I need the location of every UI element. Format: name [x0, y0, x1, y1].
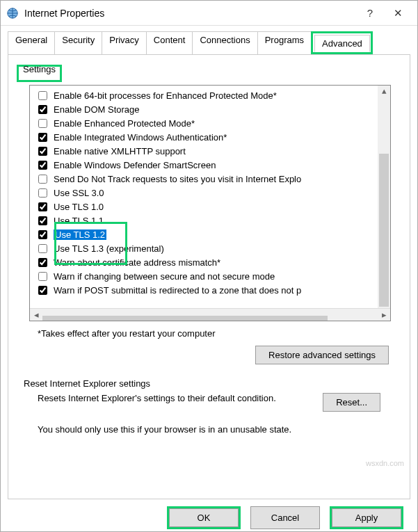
setting-label: Use SSL 3.0 — [54, 188, 104, 198]
restart-note: *Takes effect after you restart your com… — [38, 328, 401, 339]
help-button[interactable]: ? — [356, 3, 384, 23]
vertical-scrollbar[interactable]: ▴ ▾ — [378, 86, 390, 308]
setting-label: Use TLS 1.3 (experimental) — [54, 243, 164, 254]
setting-label: Use TLS 1.1 — [54, 216, 104, 226]
setting-label: Use TLS 1.2 — [54, 229, 106, 240]
reset-group-label: Reset Internet Explorer settings — [24, 378, 401, 389]
setting-label: Enable native XMLHTTP support — [54, 146, 186, 156]
setting-label: Enable Windows Defender SmartScreen — [54, 160, 216, 170]
setting-row[interactable]: Use TLS 1.2 — [35, 227, 387, 241]
setting-checkbox[interactable] — [38, 188, 47, 198]
setting-label: Enable 64-bit processes for Enhanced Pro… — [54, 90, 277, 101]
setting-row[interactable]: Send Do Not Track requests to sites you … — [35, 172, 387, 186]
setting-checkbox[interactable] — [38, 119, 47, 128]
setting-row[interactable]: Use TLS 1.0 — [35, 200, 387, 213]
watermark: wsxdn.com — [366, 459, 404, 467]
settings-group-label: Settings — [19, 63, 60, 76]
setting-checkbox[interactable] — [38, 105, 47, 114]
tab-bar: General Security Privacy Content Connect… — [1, 26, 417, 54]
tab-connections[interactable]: Connections — [192, 31, 257, 54]
setting-label: Send Do Not Track requests to sites you … — [54, 174, 301, 184]
setting-row[interactable]: Enable Integrated Windows Authentication… — [35, 130, 387, 144]
setting-checkbox[interactable] — [38, 133, 47, 142]
horizontal-scrollbar[interactable]: ◂ ▸ — [30, 308, 390, 321]
setting-label: Warn if changing between secure and not … — [54, 271, 275, 282]
dialog-footer: OK Cancel Apply — [1, 506, 417, 532]
setting-row[interactable]: Use SSL 3.0 — [35, 186, 387, 200]
setting-checkbox[interactable] — [38, 91, 47, 100]
setting-label: Enable Enhanced Protected Mode* — [54, 118, 195, 129]
setting-label: Use TLS 1.0 — [54, 202, 104, 212]
setting-label: Enable DOM Storage — [54, 104, 140, 115]
setting-checkbox[interactable] — [38, 216, 47, 225]
highlight-ok: OK — [167, 506, 241, 529]
restore-advanced-button[interactable]: Restore advanced settings — [255, 346, 389, 364]
scroll-left-icon[interactable]: ◂ — [30, 309, 42, 320]
setting-checkbox[interactable] — [38, 258, 47, 267]
scroll-up-icon[interactable]: ▴ — [378, 86, 390, 98]
highlight-apply: Apply — [330, 506, 403, 529]
setting-checkbox[interactable] — [38, 244, 47, 253]
highlight-settings-label: Settings — [17, 65, 62, 82]
reset-warning: You should only use this if your browser… — [38, 424, 380, 435]
setting-row[interactable]: Enable Enhanced Protected Mode* — [35, 116, 387, 130]
setting-label: Warn if POST submittal is redirected to … — [54, 285, 301, 296]
setting-checkbox[interactable] — [38, 286, 47, 295]
scroll-right-icon[interactable]: ▸ — [378, 309, 390, 320]
vertical-scroll-thumb[interactable] — [379, 154, 389, 307]
setting-row[interactable]: Warn about certificate address mismatch* — [35, 255, 387, 269]
ok-button[interactable]: OK — [169, 508, 239, 527]
titlebar: Internet Properties ? ✕ — [1, 1, 417, 26]
setting-label: Enable Integrated Windows Authentication… — [54, 132, 227, 143]
setting-checkbox[interactable] — [38, 272, 47, 281]
cancel-button[interactable]: Cancel — [250, 506, 320, 529]
setting-label: Warn about certificate address mismatch* — [54, 257, 220, 268]
tab-programs[interactable]: Programs — [257, 31, 312, 54]
highlight-advanced-tab: Advanced — [311, 31, 373, 54]
setting-row[interactable]: Enable DOM Storage — [35, 102, 387, 116]
apply-button[interactable]: Apply — [332, 508, 401, 527]
setting-checkbox[interactable] — [38, 202, 47, 211]
setting-checkbox[interactable] — [38, 147, 47, 156]
setting-row[interactable]: Use TLS 1.1 — [35, 213, 387, 227]
window-title: Internet Properties — [24, 8, 356, 19]
reset-button[interactable]: Reset... — [323, 393, 380, 412]
tab-privacy[interactable]: Privacy — [102, 31, 147, 54]
settings-list-box: Enable 64-bit processes for Enhanced Pro… — [29, 85, 391, 321]
setting-checkbox[interactable] — [38, 161, 47, 170]
setting-row[interactable]: Warn if POST submittal is redirected to … — [35, 283, 387, 297]
close-button[interactable]: ✕ — [384, 3, 412, 23]
setting-row[interactable]: Enable Windows Defender SmartScreen — [35, 158, 387, 172]
reset-description: Resets Internet Explorer's settings to t… — [38, 393, 302, 403]
tab-advanced[interactable]: Advanced — [314, 35, 370, 52]
advanced-panel: Settings Enable 64-bit processes for Enh… — [8, 54, 410, 499]
horizontal-scroll-thumb[interactable] — [42, 316, 328, 322]
tab-content[interactable]: Content — [146, 31, 193, 54]
setting-checkbox[interactable] — [38, 175, 47, 184]
setting-row[interactable]: Enable 64-bit processes for Enhanced Pro… — [35, 88, 387, 102]
tab-security[interactable]: Security — [54, 31, 102, 54]
setting-row[interactable]: Enable native XMLHTTP support — [35, 144, 387, 158]
tab-general[interactable]: General — [8, 31, 55, 54]
setting-row[interactable]: Warn if changing between secure and not … — [35, 269, 387, 283]
setting-checkbox[interactable] — [38, 230, 47, 239]
setting-row[interactable]: Use TLS 1.3 (experimental) — [35, 241, 387, 255]
internet-icon — [6, 7, 19, 19]
